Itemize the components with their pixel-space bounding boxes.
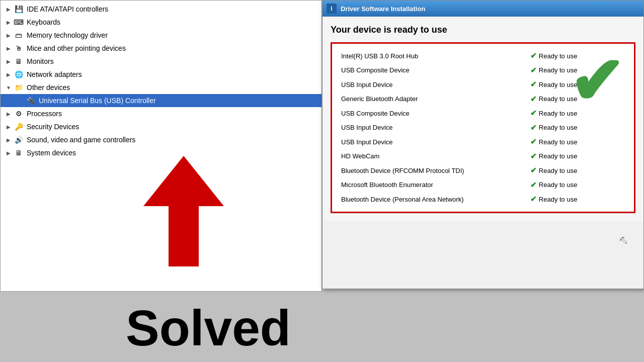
- expand-icon-processors[interactable]: ▶: [5, 110, 13, 118]
- device-icon-network: 🌐: [14, 69, 24, 79]
- device-status-cell: ✔Ready to use: [526, 121, 627, 135]
- device-item-network[interactable]: ▶🌐Network adapters: [1, 68, 321, 81]
- red-arrow: [143, 156, 224, 266]
- device-status-cell: ✔Ready to use: [526, 49, 627, 63]
- status-badge: ✔Ready to use: [530, 151, 625, 162]
- device-label-ide: IDE ATA/ATAPI controllers: [27, 5, 108, 13]
- device-item-processors[interactable]: ▶⚙Processors: [1, 107, 321, 120]
- expand-icon-ide[interactable]: ▶: [5, 5, 13, 13]
- device-label-processors: Processors: [27, 110, 62, 118]
- check-icon: ✔: [530, 94, 537, 105]
- status-badge: ✔Ready to use: [530, 94, 625, 105]
- device-status-cell: ✔Ready to use: [526, 106, 627, 121]
- table-row: Bluetooth Device (Personal Area Network)…: [339, 192, 627, 207]
- device-status-cell: ✔Ready to use: [526, 149, 627, 164]
- device-name-cell: Microsoft Bluetooth Enumerator: [339, 178, 526, 193]
- device-item-other[interactable]: ▼📁Other devices: [1, 81, 321, 94]
- device-label-other: Other devices: [27, 83, 70, 92]
- device-name-cell: Bluetooth Device (Personal Area Network): [339, 192, 526, 207]
- status-badge: ✔Ready to use: [530, 50, 625, 62]
- check-icon: ✔: [530, 50, 537, 62]
- check-icon: ✔: [530, 194, 537, 205]
- expand-icon-usb-controller[interactable]: [17, 97, 25, 105]
- status-text: Ready to use: [539, 109, 578, 119]
- device-label-network: Network adapters: [27, 70, 82, 78]
- device-icon-memory: 🗃: [14, 30, 24, 40]
- expand-icon-network[interactable]: ▶: [5, 70, 13, 78]
- device-list: ▶💾IDE ATA/ATAPI controllers▶⌨Keyboards▶🗃…: [1, 1, 321, 161]
- expand-icon-memory[interactable]: ▶: [5, 31, 13, 39]
- mouse-cursor: ↖: [618, 232, 628, 246]
- device-item-sound[interactable]: ▶🔊Sound, video and game controllers: [1, 133, 321, 146]
- device-status-cell: ✔Ready to use: [526, 92, 627, 107]
- status-text: Ready to use: [539, 166, 578, 176]
- expand-icon-keyboards[interactable]: ▶: [5, 18, 13, 26]
- table-row: USB Composite Device✔Ready to use: [339, 106, 627, 121]
- expand-icon-other[interactable]: ▼: [5, 83, 13, 92]
- device-item-memory[interactable]: ▶🗃Memory technology driver: [1, 29, 321, 42]
- device-name-cell: USB Input Device: [339, 135, 526, 149]
- check-icon: ✔: [530, 122, 537, 134]
- window-titlebar: i Driver Software Installation: [323, 1, 643, 17]
- status-text: Ready to use: [539, 195, 578, 205]
- device-name-cell: Bluetooth Device (RFCOMM Protocol TDI): [339, 163, 526, 178]
- table-row: USB Input Device✔Ready to use: [339, 135, 627, 149]
- device-label-security: Security Devices: [27, 123, 79, 131]
- expand-icon-monitors[interactable]: ▶: [5, 57, 13, 65]
- status-text: Ready to use: [539, 151, 578, 161]
- device-status-cell: ✔Ready to use: [526, 135, 627, 149]
- device-status-cell: ✔Ready to use: [526, 163, 627, 178]
- device-icon-usb-controller: 🔌: [26, 96, 36, 106]
- status-text: Ready to use: [539, 51, 578, 61]
- status-text: Ready to use: [539, 123, 578, 133]
- table-row: HD WebCam✔Ready to use: [339, 149, 627, 164]
- device-item-monitors[interactable]: ▶🖥Monitors: [1, 55, 321, 68]
- device-name-cell: Intel(R) USB 3.0 Root Hub: [339, 49, 526, 63]
- device-label-usb-controller: Universal Serial Bus (USB) Controller: [39, 97, 156, 105]
- device-icon-ide: 💾: [14, 4, 24, 14]
- device-icon-keyboards: ⌨: [14, 17, 24, 27]
- device-label-monitors: Monitors: [27, 57, 54, 65]
- device-label-keyboards: Keyboards: [27, 18, 60, 26]
- expand-icon-mice[interactable]: ▶: [5, 44, 13, 52]
- device-item-usb-controller[interactable]: 🔌Universal Serial Bus (USB) Controller: [1, 94, 321, 107]
- ready-heading: Your device is ready to use: [331, 25, 635, 35]
- table-row: Bluetooth Device (RFCOMM Protocol TDI)✔R…: [339, 163, 627, 178]
- device-icon-processors: ⚙: [14, 109, 24, 119]
- device-label-system: System devices: [27, 149, 76, 157]
- device-status-cell: ✔Ready to use: [526, 192, 627, 207]
- status-badge: ✔Ready to use: [530, 122, 625, 134]
- status-badge: ✔Ready to use: [530, 108, 625, 119]
- device-status-cell: ✔Ready to use: [526, 77, 627, 92]
- check-icon: ✔: [530, 165, 537, 176]
- window-icon: i: [327, 4, 337, 14]
- status-badge: ✔Ready to use: [530, 194, 625, 205]
- device-table-wrapper: ✔ Intel(R) USB 3.0 Root Hub✔Ready to use…: [331, 42, 635, 213]
- window-title: Driver Software Installation: [341, 5, 425, 13]
- solved-text: Solved: [126, 299, 291, 357]
- table-row: USB Composite Device✔Ready to use: [339, 63, 627, 78]
- status-text: Ready to use: [539, 65, 578, 75]
- device-item-security[interactable]: ▶🔑Security Devices: [1, 120, 321, 133]
- device-item-mice[interactable]: ▶🖱Mice and other pointing devices: [1, 42, 321, 55]
- status-text: Ready to use: [539, 137, 578, 147]
- device-name-cell: USB Composite Device: [339, 106, 526, 121]
- device-icon-mice: 🖱: [14, 43, 24, 53]
- device-name-cell: Generic Bluetooth Adapter: [339, 92, 526, 107]
- status-badge: ✔Ready to use: [530, 79, 625, 90]
- expand-icon-system[interactable]: ▶: [5, 149, 13, 157]
- expand-icon-security[interactable]: ▶: [5, 123, 13, 131]
- check-icon: ✔: [530, 79, 537, 90]
- status-text: Ready to use: [539, 180, 578, 190]
- check-icon: ✔: [530, 108, 537, 119]
- device-icon-system: 🖥: [14, 148, 24, 158]
- device-item-keyboards[interactable]: ▶⌨Keyboards: [1, 16, 321, 29]
- driver-software-window: i Driver Software Installation Your devi…: [322, 0, 644, 289]
- expand-icon-sound[interactable]: ▶: [5, 136, 13, 144]
- device-status-cell: ✔Ready to use: [526, 178, 627, 193]
- device-item-ide[interactable]: ▶💾IDE ATA/ATAPI controllers: [1, 3, 321, 16]
- device-table: Intel(R) USB 3.0 Root Hub✔Ready to useUS…: [339, 49, 627, 207]
- status-badge: ✔Ready to use: [530, 179, 625, 191]
- status-text: Ready to use: [539, 80, 578, 90]
- device-name-cell: USB Composite Device: [339, 63, 526, 78]
